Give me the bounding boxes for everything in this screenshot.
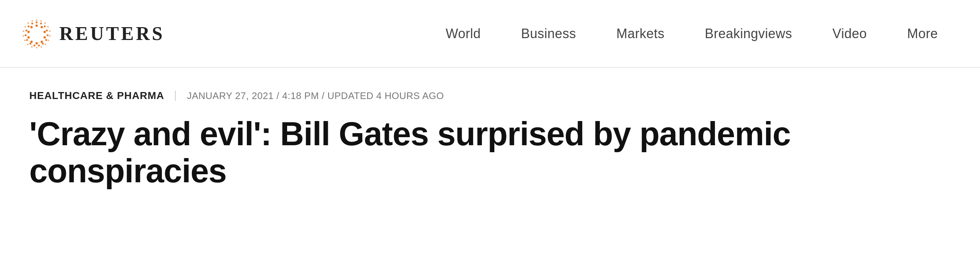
svg-point-28: [47, 26, 49, 27]
svg-point-41: [27, 22, 29, 24]
svg-point-8: [27, 30, 30, 33]
meta-divider: [175, 91, 176, 101]
logo-area[interactable]: REUTERS: [22, 19, 165, 48]
nav-item-video[interactable]: Video: [812, 26, 887, 42]
svg-point-38: [23, 35, 24, 37]
reuters-logo-icon: [22, 19, 51, 48]
article-meta: HEALTHCARE & PHARMA JANUARY 27, 2021 / 4…: [29, 90, 951, 102]
nav-item-breakingviews[interactable]: Breakingviews: [684, 26, 812, 42]
nav-item-markets[interactable]: Markets: [596, 26, 685, 42]
svg-point-29: [49, 30, 51, 32]
svg-point-31: [48, 40, 49, 41]
reuters-wordmark: REUTERS: [59, 23, 165, 45]
svg-point-2: [44, 30, 46, 33]
svg-point-23: [27, 25, 29, 27]
svg-point-25: [36, 19, 37, 21]
article-date: JANUARY 27, 2021 / 4:18 PM / UPDATED 4 H…: [187, 90, 444, 102]
svg-point-0: [35, 24, 38, 26]
svg-point-35: [31, 46, 33, 48]
svg-point-19: [29, 43, 31, 45]
svg-point-14: [46, 34, 48, 36]
svg-point-4: [41, 40, 43, 43]
svg-point-20: [26, 39, 28, 41]
article-main: HEALTHCARE & PHARMA JANUARY 27, 2021 / 4…: [0, 68, 980, 204]
svg-point-16: [42, 43, 44, 45]
svg-point-18: [33, 45, 35, 46]
nav-item-business[interactable]: Business: [501, 26, 596, 42]
headline-line-2: conspiracies: [29, 153, 226, 189]
site-header: REUTERS World Business Markets Breakingv…: [0, 0, 980, 68]
article-category[interactable]: HEALTHCARE & PHARMA: [29, 90, 164, 102]
article-headline: 'Crazy and evil': Bill Gates surprised b…: [29, 115, 835, 190]
svg-point-30: [49, 35, 51, 37]
nav-item-world[interactable]: World: [426, 26, 501, 42]
svg-point-26: [40, 20, 42, 22]
main-nav: World Business Markets Breakingviews Vid…: [426, 26, 958, 42]
svg-point-21: [24, 34, 26, 36]
svg-point-6: [30, 40, 33, 43]
svg-point-40: [24, 26, 26, 27]
svg-point-42: [32, 20, 33, 22]
svg-point-33: [41, 46, 42, 48]
svg-point-36: [27, 44, 29, 45]
svg-point-34: [36, 47, 37, 48]
svg-point-32: [45, 44, 46, 45]
svg-point-22: [25, 29, 27, 31]
svg-point-7: [27, 36, 30, 38]
svg-point-10: [35, 21, 37, 23]
svg-point-11: [40, 22, 42, 24]
svg-point-27: [44, 22, 46, 24]
svg-point-5: [35, 42, 38, 44]
svg-point-17: [38, 45, 40, 46]
svg-point-3: [44, 36, 46, 38]
svg-point-13: [46, 29, 48, 31]
svg-point-12: [44, 25, 45, 27]
svg-point-24: [31, 22, 33, 24]
svg-point-1: [41, 26, 43, 28]
headline-line-1: 'Crazy and evil': Bill Gates surprised b…: [29, 115, 791, 152]
svg-point-15: [45, 39, 47, 41]
svg-point-39: [23, 30, 24, 32]
nav-item-more[interactable]: More: [887, 26, 958, 42]
svg-point-9: [30, 26, 33, 28]
svg-point-37: [24, 40, 25, 41]
